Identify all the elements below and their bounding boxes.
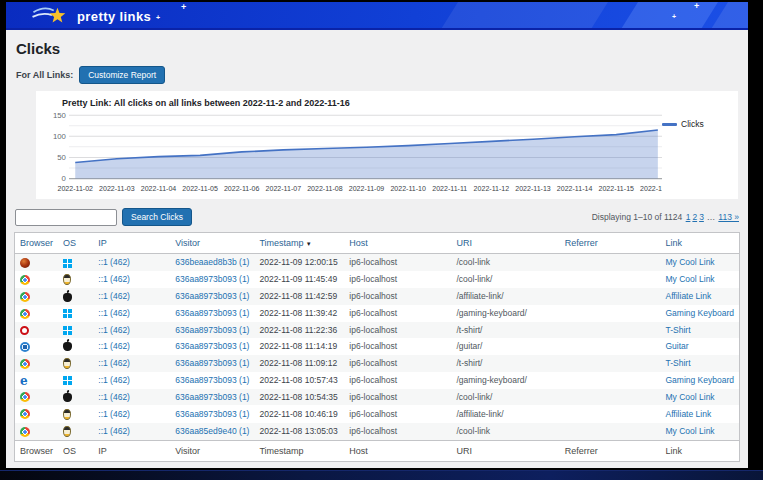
pretty-link-cell: Gaming Keyboard <box>660 372 739 389</box>
visitor-link[interactable]: 636aa8973b093 (1) <box>175 308 249 318</box>
host-cell: ip6-localhost <box>349 308 397 318</box>
column-header-timestamp: Timestamp <box>254 440 344 461</box>
host-cell: ip6-localhost <box>344 389 451 406</box>
host-cell: ip6-localhost <box>344 271 451 288</box>
pretty-link[interactable]: Affiliate Link <box>665 409 711 419</box>
svg-text:2022-11-12: 2022-11-12 <box>474 185 510 192</box>
search-input[interactable] <box>15 209 117 226</box>
pretty-link[interactable]: My Cool Link <box>665 426 714 436</box>
ip-link[interactable]: ::1 (462) <box>98 341 130 351</box>
visitor-link[interactable]: 636aa8973b093 (1) <box>175 274 249 284</box>
visitor-link[interactable]: 636aa8973b093 (1) <box>175 341 249 351</box>
linux-os-icon <box>63 409 71 420</box>
ip-link[interactable]: ::1 (462) <box>98 358 130 368</box>
host-cell: ip6-localhost <box>344 355 451 372</box>
column-header-referrer[interactable]: Referrer <box>560 233 661 254</box>
customize-report-button[interactable]: Customize Report <box>79 66 165 84</box>
ip-link[interactable]: ::1 (462) <box>98 274 130 284</box>
ip-link[interactable]: ::1 (462) <box>98 426 130 436</box>
column-header-os[interactable]: OS <box>58 233 93 254</box>
timestamp-cell: 2022-11-09 11:45:49 <box>259 274 337 284</box>
pretty-link[interactable]: My Cool Link <box>665 392 714 402</box>
os-cell <box>58 338 93 355</box>
column-header-host[interactable]: Host <box>344 233 451 254</box>
column-header-timestamp[interactable]: Timestamp▼ <box>254 233 344 254</box>
pretty-link[interactable]: Guitar <box>665 341 688 351</box>
legend-label: Clicks <box>681 119 704 129</box>
logo-text: pretty links <box>77 9 151 24</box>
os-cell <box>58 322 93 338</box>
visitor-link[interactable]: 636beaaed8b3b (1) <box>175 257 249 267</box>
page-link-1[interactable]: 1 <box>686 212 691 222</box>
column-header-browser[interactable]: Browser <box>15 233 59 254</box>
svg-text:50: 50 <box>57 153 66 162</box>
timestamp-cell: 2022-11-08 10:57:43 <box>254 372 344 389</box>
admin-page: pretty links Clicks For All Links: Custo… <box>6 2 748 468</box>
ip-link[interactable]: ::1 (462) <box>98 257 130 267</box>
ip-link[interactable]: ::1 (462) <box>98 392 130 402</box>
visitor-link[interactable]: 636aa85ed9e40 (1) <box>175 426 249 436</box>
host-cell: ip6-localhost <box>349 274 397 284</box>
pagination-top: Displaying 1–10 of 1124 123…113 » <box>592 212 740 222</box>
ip-link-cell: ::1 (462) <box>93 405 170 422</box>
ip-link[interactable]: ::1 (462) <box>98 375 130 385</box>
pretty-link[interactable]: Gaming Keyboard <box>665 308 734 318</box>
visitor-link-cell: 636aa8973b093 (1) <box>170 338 254 355</box>
ip-link-cell: ::1 (462) <box>93 271 170 288</box>
browser-cell <box>15 423 59 441</box>
uri-cell: /guitar/ <box>451 338 559 355</box>
visitor-link[interactable]: 636aa8973b093 (1) <box>175 392 249 402</box>
firefox-browser-icon <box>20 258 30 268</box>
pretty-link[interactable]: Gaming Keyboard <box>665 375 734 385</box>
pretty-link[interactable]: Affiliate Link <box>665 291 711 301</box>
os-cell <box>58 288 93 305</box>
apple-os-icon <box>63 293 72 302</box>
os-cell <box>58 423 93 441</box>
ip-link[interactable]: ::1 (462) <box>98 308 130 318</box>
pretty-link-cell: T-Shirt <box>660 355 739 372</box>
timestamp-cell: 2022-11-08 10:54:35 <box>259 392 337 402</box>
visitor-link[interactable]: 636aa8973b093 (1) <box>175 358 249 368</box>
column-header-uri[interactable]: URI <box>451 233 559 254</box>
browser-cell <box>15 254 59 271</box>
page-link-last[interactable]: 113 » <box>718 212 739 222</box>
pretty-link[interactable]: My Cool Link <box>665 274 714 284</box>
page-link-3[interactable]: 3 <box>699 212 704 222</box>
visitor-link[interactable]: 636aa8973b093 (1) <box>175 375 249 385</box>
ip-link-cell: ::1 (462) <box>93 322 170 338</box>
table-row: ::1 (462)636beaaed8b3b (1)2022-11-09 12:… <box>15 254 740 271</box>
windows-os-icon <box>63 326 72 335</box>
clicks-chart-card: Pretty Link: All clicks on all links bet… <box>36 91 738 199</box>
uri-cell: /cool-link <box>456 257 490 267</box>
ip-link-cell: ::1 (462) <box>93 338 170 355</box>
visitor-link[interactable]: 636aa8973b093 (1) <box>175 291 249 301</box>
visitor-link[interactable]: 636aa8973b093 (1) <box>175 409 249 419</box>
column-header-ip[interactable]: IP <box>93 233 170 254</box>
column-header-uri: URI <box>451 440 559 461</box>
uri-cell: /cool-link/ <box>456 274 492 284</box>
host-cell: ip6-localhost <box>349 341 397 351</box>
os-cell <box>58 389 93 406</box>
visitor-link[interactable]: 636aa8973b093 (1) <box>175 325 249 335</box>
pretty-link[interactable]: My Cool Link <box>665 257 714 267</box>
bottom-taskbar-edge <box>0 470 763 480</box>
table-row: ::1 (462)636aa8973b093 (1)2022-11-08 11:… <box>15 305 740 322</box>
svg-text:2022-11-08: 2022-11-08 <box>307 185 343 192</box>
ip-link[interactable]: ::1 (462) <box>98 291 130 301</box>
search-clicks-button[interactable]: Search Clicks <box>122 208 192 226</box>
column-header-host: Host <box>344 440 451 461</box>
timestamp-cell: 2022-11-08 11:22:36 <box>254 322 344 338</box>
referrer-cell <box>560 405 661 422</box>
safari-browser-icon <box>20 342 30 352</box>
pretty-link[interactable]: T-Shirt <box>665 358 690 368</box>
host-cell: ip6-localhost <box>349 358 397 368</box>
column-header-link[interactable]: Link <box>660 233 739 254</box>
os-cell <box>58 355 93 372</box>
browser-cell <box>15 405 59 422</box>
legend-swatch-icon <box>662 123 677 126</box>
ip-link[interactable]: ::1 (462) <box>98 409 130 419</box>
pretty-link[interactable]: T-Shirt <box>665 325 690 335</box>
column-header-visitor[interactable]: Visitor <box>170 233 254 254</box>
page-link-2[interactable]: 2 <box>692 212 697 222</box>
ip-link[interactable]: ::1 (462) <box>98 325 130 335</box>
